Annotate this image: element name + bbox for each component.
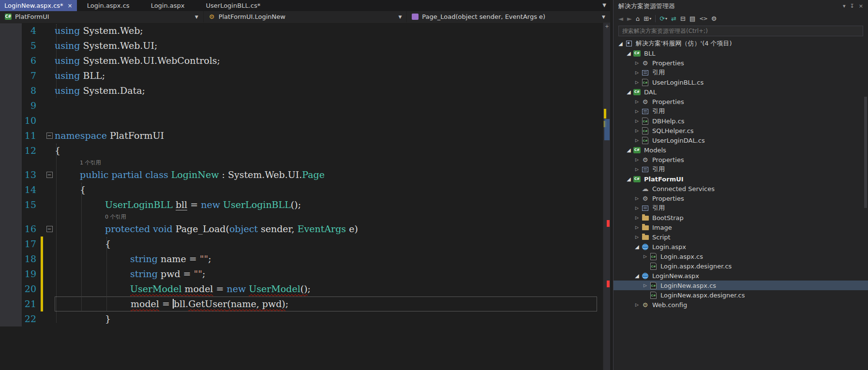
breakpoint-margin[interactable] xyxy=(0,296,22,311)
breakpoint-margin[interactable] xyxy=(0,167,22,182)
collapse-region-icon[interactable]: − xyxy=(46,226,53,232)
breakpoint-margin[interactable] xyxy=(0,68,22,83)
expand-arrow-icon[interactable]: ▷ xyxy=(633,302,641,307)
expand-arrow-icon[interactable]: ▷ xyxy=(633,138,641,143)
sync-with-active-document-icon[interactable]: ⇄ xyxy=(671,15,676,22)
tree-item-item[interactable]: ▷引用 xyxy=(614,68,868,77)
tree-item-properties[interactable]: ▷⚙Properties xyxy=(614,97,868,106)
tree-item-item[interactable]: ▷引用 xyxy=(614,203,868,213)
expand-arrow-icon[interactable]: ▷ xyxy=(633,196,641,201)
switch-views-icon[interactable]: ⊞▾ xyxy=(644,15,651,22)
code-editor[interactable]: 4using System.Web;5using System.Web.UI;6… xyxy=(0,23,603,370)
codelens-references-link[interactable]: 0 个引用 xyxy=(55,212,597,222)
tab-login-aspx[interactable]: Login.aspx xyxy=(147,0,189,11)
collapse-region-icon[interactable]: − xyxy=(46,172,53,178)
tab-list-chevron-icon[interactable]: ▼ xyxy=(602,2,606,8)
tree-item-userloginbll-cs[interactable]: ▷C#UserLoginBLL.cs xyxy=(614,77,868,87)
breakpoint-margin[interactable] xyxy=(0,266,22,281)
pin-icon[interactable]: ↧ xyxy=(850,3,854,9)
collapse-arrow-icon[interactable]: ◢ xyxy=(625,147,633,153)
refresh-icon[interactable]: ⟳▾ xyxy=(659,15,667,22)
tree-item-login-aspx-designer-cs[interactable]: C#Login.aspx.designer.cs xyxy=(614,261,868,271)
collapse-region-icon[interactable]: − xyxy=(46,133,53,139)
collapse-arrow-icon[interactable]: ◢ xyxy=(625,176,633,182)
breakpoint-margin[interactable] xyxy=(0,311,22,326)
breakpoint-margin[interactable] xyxy=(0,98,22,113)
tree-item-bll[interactable]: ◢C#BLL xyxy=(614,48,868,58)
tree-scrollbar-thumb[interactable] xyxy=(864,97,867,208)
expand-arrow-icon[interactable]: ▷ xyxy=(633,215,641,220)
breakpoint-margin[interactable] xyxy=(0,212,22,222)
breakpoint-margin[interactable] xyxy=(0,38,22,53)
forward-icon[interactable]: ► xyxy=(627,15,632,22)
tree-item-dbhelp-cs[interactable]: ▷C#DBHelp.cs xyxy=(614,116,868,126)
tree-item-loginnew-aspx-designer-cs[interactable]: C#LoginNew.aspx.designer.cs xyxy=(614,290,868,300)
tree-item-image[interactable]: ▷Image xyxy=(614,222,868,232)
expand-arrow-icon[interactable]: ▷ xyxy=(633,157,641,162)
breakpoint-margin[interactable] xyxy=(0,113,22,128)
breakpoint-margin[interactable] xyxy=(0,252,22,266)
collapse-arrow-icon[interactable]: ◢ xyxy=(633,273,641,279)
expand-arrow-icon[interactable]: ▷ xyxy=(633,60,641,65)
breakpoint-margin[interactable] xyxy=(0,222,22,237)
expand-arrow-icon[interactable]: ▷ xyxy=(633,70,641,75)
show-all-files-icon[interactable]: ▤ xyxy=(689,15,695,22)
expand-arrow-icon[interactable]: ▷ xyxy=(633,235,641,239)
tree-item-item[interactable]: ▷引用 xyxy=(614,106,868,116)
chevron-down-icon[interactable]: ▾ xyxy=(843,3,846,9)
collapse-arrow-icon[interactable]: ◢ xyxy=(625,50,633,57)
tree-item-platformui[interactable]: ◢C#PlatFormUI xyxy=(614,174,868,184)
breakpoint-margin[interactable] xyxy=(0,143,22,158)
breadcrumb-method-dropdown[interactable]: Page_Load(object sender, EventArgs e)▼ xyxy=(407,11,610,22)
tree-scrollbar[interactable] xyxy=(864,39,868,370)
tree-item-connected-services[interactable]: ☁Connected Services xyxy=(614,184,868,193)
breakpoint-margin[interactable] xyxy=(0,237,22,252)
tree-item-bootstrap[interactable]: ▷BootStrap xyxy=(614,213,868,222)
collapse-arrow-icon[interactable]: ◢ xyxy=(616,41,625,47)
tree-item-properties[interactable]: ▷⚙Properties xyxy=(614,155,868,164)
tab-userloginbll-cs[interactable]: UserLoginBLL.cs* xyxy=(202,0,265,11)
tab-loginnew-aspx-cs[interactable]: LoginNew.aspx.cs*× xyxy=(0,0,77,11)
breadcrumb-project-dropdown[interactable]: C#PlatFormUI▼ xyxy=(0,11,204,22)
tree-item-sqlhelper-cs[interactable]: ▷C#SQLHelper.cs xyxy=(614,126,868,135)
codelens-references-link[interactable]: 1 个引用 xyxy=(55,158,597,167)
properties-icon[interactable]: ⚙ xyxy=(711,15,717,22)
breadcrumb-class-dropdown[interactable]: ⚙PlatFormUI.LoginNew▼ xyxy=(204,11,407,22)
breakpoint-margin[interactable] xyxy=(0,128,22,143)
close-icon[interactable]: × xyxy=(68,3,73,9)
tree-item-models[interactable]: ◢C#Models xyxy=(614,145,868,155)
home-icon[interactable]: ⌂ xyxy=(636,15,640,22)
code-view-icon[interactable]: <> xyxy=(699,16,707,21)
tree-item-script[interactable]: ▷Script xyxy=(614,232,868,242)
expand-arrow-icon[interactable]: ▷ xyxy=(633,99,641,104)
expand-arrow-icon[interactable]: ▷ xyxy=(633,206,641,210)
collapse-all-icon[interactable]: ⊟ xyxy=(680,15,686,22)
expand-arrow-icon[interactable]: ▷ xyxy=(633,109,641,114)
tree-item-item[interactable]: ▷引用 xyxy=(614,164,868,174)
tree-item-properties[interactable]: ▷⚙Properties xyxy=(614,193,868,203)
scrollbar-thumb[interactable] xyxy=(604,119,610,140)
editor-scrollbar[interactable]: + xyxy=(603,23,610,370)
expand-arrow-icon[interactable]: ▷ xyxy=(633,118,641,123)
expand-arrow-icon[interactable]: ▷ xyxy=(641,254,649,259)
breakpoint-margin[interactable] xyxy=(0,158,22,167)
breakpoint-margin[interactable] xyxy=(0,182,22,197)
breakpoint-margin[interactable] xyxy=(0,23,22,38)
back-icon[interactable]: ◄ xyxy=(618,15,623,22)
tree-item-login-aspx-cs[interactable]: ▷C#Login.aspx.cs xyxy=(614,252,868,261)
expand-arrow-icon[interactable]: ▷ xyxy=(633,167,641,172)
expand-arrow-icon[interactable]: ▷ xyxy=(641,283,649,288)
tree-item-properties[interactable]: ▷⚙Properties xyxy=(614,58,868,68)
expand-arrow-icon[interactable]: ▷ xyxy=(633,128,641,133)
collapse-arrow-icon[interactable]: ◢ xyxy=(625,89,633,95)
tree-item-login-aspx[interactable]: ◢Login.aspx xyxy=(614,242,868,252)
breakpoint-margin[interactable] xyxy=(0,53,22,68)
close-icon[interactable]: × xyxy=(859,3,863,9)
expand-arrow-icon[interactable]: ▷ xyxy=(633,225,641,230)
breakpoint-margin[interactable] xyxy=(0,281,22,296)
breakpoint-margin[interactable] xyxy=(0,83,22,98)
tab-login-aspx-cs[interactable]: Login.aspx.cs xyxy=(83,0,134,11)
tree-item-loginnew-aspx[interactable]: ◢LoginNew.aspx xyxy=(614,271,868,281)
tree-item-4[interactable]: ◢解决方案'科服网（仿）'(4 个项目) xyxy=(614,39,868,48)
tree-item-loginnew-aspx-cs[interactable]: ▷C#LoginNew.aspx.cs xyxy=(614,281,868,290)
